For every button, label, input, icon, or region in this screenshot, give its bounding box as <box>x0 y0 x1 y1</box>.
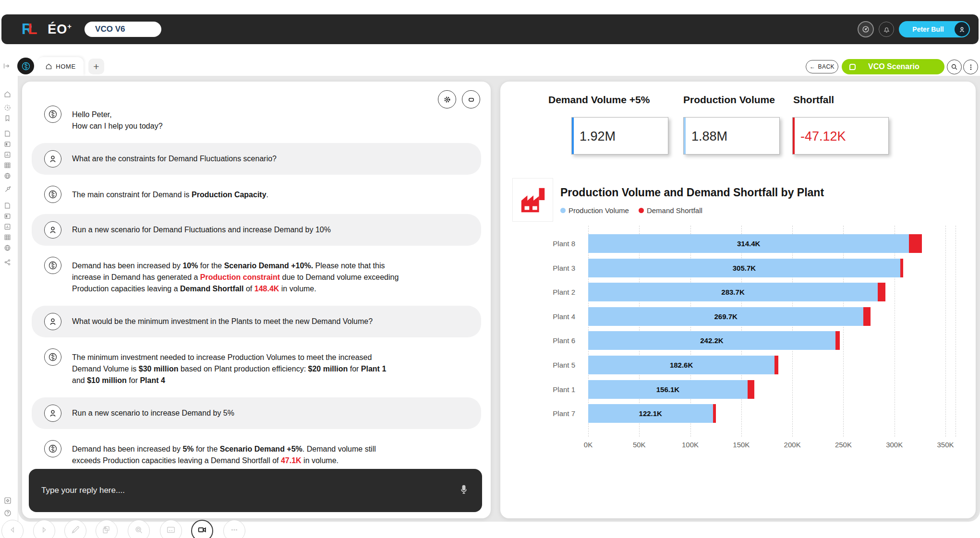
layout-icon[interactable] <box>3 212 12 222</box>
speedometer-icon[interactable] <box>858 21 874 37</box>
left-sidebar <box>0 76 18 522</box>
home-icon[interactable] <box>3 90 12 100</box>
x-axis-tick-label: 300K <box>880 441 909 449</box>
user-name: Peter Bull <box>912 25 944 33</box>
person-icon <box>955 22 969 36</box>
video-camera-button[interactable] <box>191 520 213 538</box>
bar-chart-icon[interactable] <box>3 151 12 161</box>
bar-category-label: Plant 6 <box>500 331 582 350</box>
add-tab-button[interactable]: + <box>88 59 104 74</box>
user-message: What would be the minimum investment in … <box>32 306 481 337</box>
company-logo: R L <box>22 21 36 38</box>
bar-value-label: 283.7K <box>588 283 878 301</box>
assistant-avatar[interactable] <box>17 58 34 74</box>
demand-shortfall-bar[interactable] <box>713 404 716 423</box>
x-axis-tick-label: 150K <box>727 441 756 449</box>
message-text: Hello Peter, How can I help you today? <box>72 106 163 132</box>
layout-icon[interactable] <box>3 140 12 150</box>
history-icon[interactable] <box>3 104 12 114</box>
person-icon <box>44 405 61 422</box>
person-icon <box>44 313 61 330</box>
x-axis-tick-label: 200K <box>778 441 807 449</box>
pen-button[interactable] <box>64 520 86 538</box>
more-options-button[interactable] <box>963 60 978 74</box>
more-button[interactable] <box>223 520 245 538</box>
tab-home-label: HOME <box>56 63 75 70</box>
chat-input[interactable]: Type your reply here.... <box>29 469 482 512</box>
demand-shortfall-bar[interactable] <box>863 307 870 326</box>
bar-row: 122.1K <box>588 404 945 423</box>
x-axis-tick-label: 0K <box>574 441 603 449</box>
settings-icon[interactable] <box>3 496 12 507</box>
user-message: What are the constraints for Demand Fluc… <box>32 143 481 175</box>
message-text: Run a new scenario to increase Demand by… <box>72 405 234 422</box>
gridline <box>945 226 946 437</box>
notes-button[interactable] <box>160 520 182 538</box>
search-icon <box>950 63 958 71</box>
tools-add-icon[interactable] <box>3 185 12 195</box>
x-axis-tick-label: 350K <box>931 441 960 449</box>
demand-shortfall-bar[interactable] <box>774 356 778 374</box>
product-logo: ÉO+ <box>48 22 72 37</box>
expand-sidebar-icon[interactable] <box>2 62 11 72</box>
bar-value-label: 305.7K <box>588 259 900 277</box>
table-icon[interactable] <box>3 233 12 243</box>
share-icon[interactable] <box>3 258 12 268</box>
bot-message: The main constraint for Demand is Produc… <box>32 182 481 207</box>
search-button[interactable] <box>128 520 150 538</box>
bot-message: The minimum investment needed to increas… <box>32 345 481 390</box>
tab-home[interactable]: HOME <box>37 57 84 76</box>
bot-message: Demand has been increased by 5% for the … <box>32 436 481 470</box>
globe-icon[interactable] <box>3 172 12 182</box>
scenario-pill[interactable]: VCO Scenario <box>842 59 944 74</box>
demand-shortfall-bar[interactable] <box>835 331 840 350</box>
bar-category-label: Plant 3 <box>500 259 582 277</box>
person-icon <box>44 150 61 167</box>
bot-message: Hello Peter, How can I help you today? <box>32 102 481 136</box>
demand-shortfall-bar[interactable] <box>900 259 903 277</box>
bar-category-label: Plant 1 <box>500 380 582 399</box>
help-icon[interactable] <box>3 509 12 519</box>
user-message: Run a new scenario for Demand Fluctuatio… <box>32 214 481 246</box>
demand-shortfall-bar[interactable] <box>748 380 754 399</box>
nav-forward-icon <box>39 525 49 537</box>
bar-value-label: 182.6K <box>588 356 774 374</box>
copy-button[interactable] <box>96 520 118 538</box>
nav-back-button[interactable] <box>1 520 24 538</box>
dashboard-panel: Demand Volume +5%1.92MProduction Volume1… <box>500 82 976 518</box>
page-icon[interactable] <box>3 202 12 212</box>
user-pill[interactable]: Peter Bull <box>899 21 970 37</box>
message-text: What are the constraints for Demand Fluc… <box>72 150 277 167</box>
top-bar: R L ÉO+ VCO V6 Peter Bull <box>1 14 979 44</box>
person-icon <box>44 221 61 239</box>
bar-row: 269.7K <box>588 307 945 326</box>
x-axis-tick-label: 250K <box>829 441 858 449</box>
bar-value-label: 242.2K <box>588 331 835 350</box>
bar-row: 242.2K <box>588 331 945 350</box>
notes-icon <box>166 525 176 537</box>
search-button[interactable] <box>947 60 962 74</box>
page-icon[interactable] <box>3 130 12 140</box>
bot-avatar-icon <box>44 348 61 366</box>
bar-value-label: 314.4K <box>588 234 909 253</box>
bookmark-icon[interactable] <box>3 114 12 124</box>
back-button[interactable]: ← BACK <box>806 60 838 73</box>
kebab-icon <box>967 63 975 71</box>
microphone-icon[interactable] <box>458 484 470 498</box>
back-arrow-icon: ← <box>810 63 816 70</box>
bell-icon[interactable] <box>879 22 894 37</box>
pen-icon <box>70 525 81 537</box>
demand-shortfall-bar[interactable] <box>878 283 885 301</box>
logo-letter-l: L <box>28 21 36 38</box>
table-icon[interactable] <box>3 161 12 171</box>
bar-chart-icon[interactable] <box>3 223 12 233</box>
bot-message: Demand has been increased by 10% for the… <box>32 253 481 299</box>
demand-shortfall-bar[interactable] <box>909 234 922 253</box>
bar-category-label: Plant 4 <box>500 307 582 326</box>
message-text: Demand has been increased by 5% for the … <box>72 440 376 466</box>
globe-icon[interactable] <box>3 244 12 254</box>
bar-value-label: 269.7K <box>588 307 863 326</box>
bot-avatar-icon <box>44 186 61 203</box>
bar-value-label: 156.1K <box>588 380 748 399</box>
nav-forward-button[interactable] <box>33 520 55 538</box>
